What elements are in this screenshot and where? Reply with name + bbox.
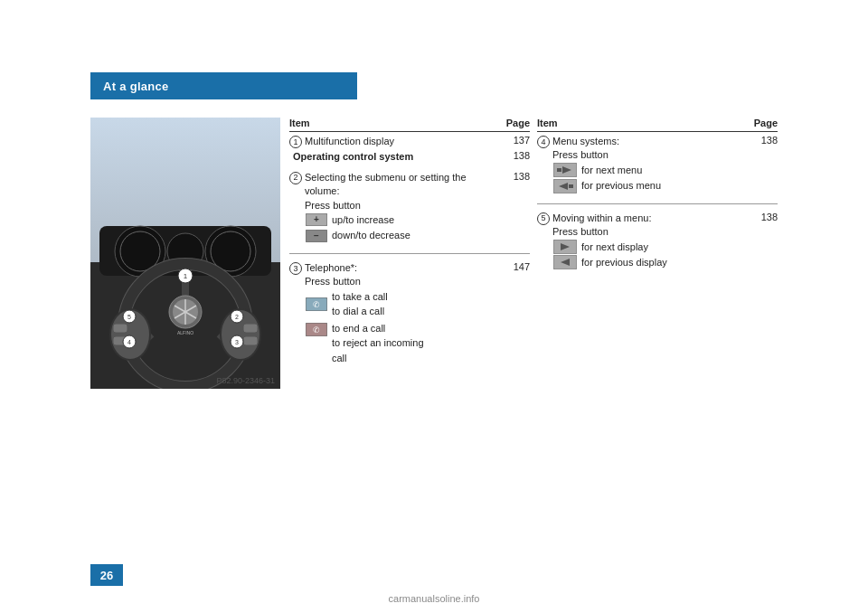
item-number: 5 — [537, 212, 550, 225]
next-display-icon — [553, 240, 577, 254]
sub-item-text: down/to decrease — [332, 228, 410, 243]
svg-text:1: 1 — [184, 272, 188, 280]
sub-item-text: for previous display — [581, 255, 667, 270]
svg-text:4: 4 — [127, 339, 131, 345]
right-table-header: Item Page — [537, 118, 778, 132]
call-icon: ✆ — [306, 297, 327, 311]
sub-row: − down/to decrease — [289, 228, 498, 243]
item-page: 138 — [746, 135, 778, 146]
image-caption: P82.90-2346-31 — [216, 376, 275, 385]
item-label: Multifunction display — [305, 135, 394, 148]
svg-text:ALFINO: ALFINO — [177, 330, 193, 335]
right-table: Item Page 4 Menu systems: Press button — [537, 118, 778, 389]
left-table: Item Page 1 Multifunction display 137 — [289, 118, 530, 389]
svg-rect-46 — [557, 168, 561, 172]
sub-item-text: to end a callto reject an incomingcall — [332, 321, 424, 366]
right-col-page-header: Page — [746, 118, 778, 128]
item-page: 137 — [498, 135, 530, 146]
watermark: carmanualsoline.info — [389, 593, 480, 604]
sub-row: for next display — [537, 240, 746, 255]
table-row: Operating control system 138 — [289, 150, 530, 164]
item-sublabel: Press button — [305, 275, 361, 288]
prev-display-icon — [553, 255, 577, 269]
sub-row: ✆ to end a callto reject an incomingcall — [289, 321, 498, 366]
minus-icon: − — [306, 230, 327, 242]
svg-text:✆: ✆ — [313, 300, 320, 309]
plus-icon: + — [306, 213, 327, 226]
item-number: 4 — [537, 136, 550, 148]
tables-area: Item Page 1 Multifunction display 137 — [289, 118, 778, 389]
item-number: 2 — [289, 172, 302, 184]
item-number: 3 — [289, 262, 302, 275]
next-menu-icon — [553, 163, 577, 177]
svg-text:−: − — [314, 231, 319, 240]
table-row: 3 Telephone*: Press button ✆ — [289, 261, 530, 366]
item-label: Menu systems: — [552, 135, 619, 148]
table-row: 1 Multifunction display 137 — [289, 135, 530, 148]
table-row: 4 Menu systems: Press button — [537, 135, 778, 194]
sub-row: for previous display — [537, 255, 746, 270]
sub-item-text: for next menu — [581, 163, 642, 178]
item-label: Operating control system — [293, 151, 413, 162]
left-table-header: Item Page — [289, 118, 530, 132]
svg-rect-49 — [569, 184, 573, 188]
svg-text:2: 2 — [235, 314, 239, 320]
sub-item-text: for previous menu — [581, 178, 661, 193]
page-number-box: 26 — [90, 564, 123, 586]
page-number: 26 — [100, 569, 113, 582]
main-content: ALFINO 1 2 3 — [90, 118, 778, 389]
svg-rect-24 — [243, 324, 258, 333]
sub-item-text: up/to increase — [332, 212, 394, 228]
table-row: 2 Selecting the submenu or setting the v… — [289, 171, 530, 244]
right-col-item-header: Item — [537, 118, 746, 128]
sub-item-text: for next display — [581, 240, 648, 255]
item-sublabel: Press button — [552, 225, 651, 239]
sub-row: for next menu — [537, 163, 746, 178]
svg-text:3: 3 — [235, 339, 239, 345]
item-page: 147 — [498, 261, 530, 272]
page-wrapper: At a glance — [0, 0, 868, 613]
header-bar: At a glance — [90, 72, 357, 99]
prev-menu-icon — [553, 179, 577, 193]
svg-text:+: + — [314, 214, 319, 224]
sub-row: for previous menu — [537, 178, 746, 193]
sub-row: ✆ to take a callto dial a call — [289, 289, 498, 319]
sub-item-text: to take a callto dial a call — [332, 289, 388, 319]
left-col-item-header: Item — [289, 118, 498, 128]
item-label: Telephone*: — [305, 261, 361, 275]
sub-row: + up/to increase — [289, 212, 498, 228]
svg-text:✆: ✆ — [313, 325, 320, 335]
item-sublabel: Press button — [305, 199, 498, 212]
item-page: 138 — [498, 171, 530, 182]
item-label: Selecting the submenu or setting the vol… — [305, 171, 498, 199]
item-page: 138 — [746, 212, 778, 222]
left-col-page-header: Page — [498, 118, 530, 128]
item-label: Moving within a menu: — [552, 212, 651, 225]
svg-rect-21 — [113, 324, 127, 333]
table-row: 5 Moving within a menu: Press button — [537, 212, 778, 271]
end-call-icon: ✆ — [306, 323, 327, 336]
item-page: 138 — [498, 150, 530, 161]
item-number: 1 — [289, 136, 302, 148]
item-sublabel: Press button — [552, 148, 619, 162]
steering-wheel-image: ALFINO 1 2 3 — [90, 118, 280, 389]
page-title: At a glance — [103, 80, 169, 93]
svg-text:5: 5 — [127, 314, 131, 320]
svg-rect-25 — [243, 336, 258, 345]
